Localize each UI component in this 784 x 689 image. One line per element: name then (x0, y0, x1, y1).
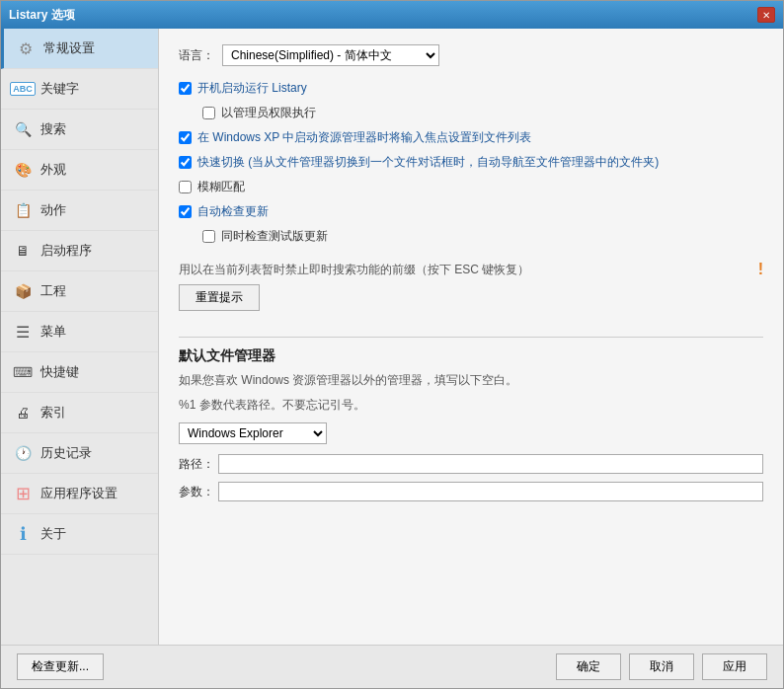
action-icon (11, 198, 35, 222)
fm-select[interactable]: Windows Explorer (179, 422, 327, 444)
sidebar-item-label-appearance: 外观 (40, 161, 66, 179)
winxp-checkbox[interactable] (179, 131, 192, 144)
main-content: 语言： Chinese(Simplified) - 简体中文EnglishGer… (159, 29, 783, 645)
reset-button[interactable]: 重置提示 (179, 284, 260, 311)
warning-icon: ! (758, 261, 763, 278)
sidebar-item-label-action: 动作 (40, 201, 66, 219)
sidebar-item-keyword[interactable]: 关键字 (1, 69, 158, 110)
autoupdate-label: 自动检查更新 (197, 203, 269, 220)
window-title: Listary 选项 (9, 7, 75, 24)
path-label: 路径： (179, 456, 218, 473)
main-window: Listary 选项 ✕ 常规设置 关键字 搜索 外观 动作 (0, 0, 784, 689)
file-manager-title: 默认文件管理器 (179, 347, 763, 365)
hotkey-note-text: 用以在当前列表暂时禁止即时搜索功能的前缀（按下 ESC 键恢复） (179, 262, 529, 278)
index-icon (11, 401, 35, 424)
palette-icon (11, 158, 35, 182)
sidebar-item-action[interactable]: 动作 (1, 191, 158, 231)
sidebar-item-label-menu: 菜单 (40, 323, 66, 341)
autostart-checkbox[interactable] (179, 82, 192, 95)
sidebar-item-about[interactable]: 关于 (1, 514, 158, 555)
history-icon (11, 441, 35, 465)
sidebar-item-label-launch: 启动程序 (40, 242, 92, 260)
sidebar-item-menu[interactable]: 菜单 (1, 312, 158, 352)
admin-checkbox[interactable] (202, 107, 215, 119)
sidebar-item-label-appset: 应用程序设置 (40, 485, 118, 502)
autostart-row: 开机启动运行 Listary (179, 80, 763, 97)
abc-icon (11, 77, 35, 101)
beta-checkbox[interactable] (202, 230, 215, 243)
sidebar-item-appearance[interactable]: 外观 (1, 150, 158, 191)
sidebar-item-appset[interactable]: 应用程序设置 (1, 474, 158, 514)
menu-icon (11, 320, 35, 344)
winxp-row: 在 Windows XP 中启动资源管理器时将输入焦点设置到文件列表 (179, 129, 763, 146)
check-update-button[interactable]: 检查更新... (17, 653, 104, 680)
sidebar-item-index[interactable]: 索引 (1, 393, 158, 433)
ok-button[interactable]: 确定 (556, 653, 621, 680)
quickswitch-label: 快速切换 (当从文件管理器切换到一个文件对话框时，自动导航至文件管理器中的文件夹… (197, 154, 659, 171)
admin-label: 以管理员权限执行 (221, 105, 316, 121)
admin-row: 以管理员权限执行 (202, 105, 763, 121)
hotkey-note-row: 用以在当前列表暂时禁止即时搜索功能的前缀（按下 ESC 键恢复） ! (179, 261, 763, 278)
bottom-buttons: 确定 取消 应用 (556, 653, 767, 680)
sidebar-item-history[interactable]: 历史记录 (1, 433, 158, 474)
param-row: 参数： (179, 482, 763, 501)
sidebar-item-label-project: 工程 (40, 282, 66, 300)
launch-icon (11, 239, 35, 263)
sidebar-item-project[interactable]: 工程 (1, 271, 158, 312)
fuzzymatch-checkbox[interactable] (179, 181, 192, 193)
file-manager-desc1: 如果您喜欢 Windows 资源管理器以外的管理器，填写以下空白。 (179, 371, 763, 390)
close-button[interactable]: ✕ (757, 7, 775, 23)
cancel-button[interactable]: 取消 (629, 653, 694, 680)
project-icon (11, 279, 35, 303)
language-row: 语言： Chinese(Simplified) - 简体中文EnglishGer… (179, 44, 763, 66)
sidebar-item-label-search: 搜索 (40, 120, 66, 138)
path-input[interactable] (218, 454, 763, 474)
fm-select-row: Windows Explorer (179, 422, 763, 444)
sidebar-item-label-index: 索引 (40, 404, 66, 421)
about-icon (11, 522, 35, 546)
quickswitch-row: 快速切换 (当从文件管理器切换到一个文件对话框时，自动导航至文件管理器中的文件夹… (179, 154, 763, 171)
sidebar-item-search[interactable]: 搜索 (1, 110, 158, 150)
sidebar: 常规设置 关键字 搜索 外观 动作 启动程序 (1, 29, 159, 645)
file-manager-desc2: %1 参数代表路径。不要忘记引号。 (179, 396, 763, 415)
language-select[interactable]: Chinese(Simplified) - 简体中文EnglishGermanF… (222, 44, 439, 66)
window-body: 常规设置 关键字 搜索 外观 动作 启动程序 (1, 29, 783, 645)
title-bar: Listary 选项 ✕ (1, 1, 783, 29)
sidebar-item-label-keyword: 关键字 (40, 80, 79, 98)
param-input[interactable] (218, 482, 763, 501)
appset-icon (11, 482, 35, 505)
beta-label: 同时检查测试版更新 (221, 228, 328, 245)
bottom-bar: 检查更新... 确定 取消 应用 (1, 645, 783, 688)
sidebar-item-label-general: 常规设置 (43, 39, 95, 57)
search-icon (11, 117, 35, 141)
sidebar-item-label-hotkey: 快捷键 (40, 363, 79, 381)
param-label: 参数： (179, 484, 218, 500)
section-divider (179, 337, 763, 338)
apply-button[interactable]: 应用 (702, 653, 767, 680)
lang-label: 语言： (179, 47, 214, 64)
autostart-label: 开机启动运行 Listary (197, 80, 307, 97)
sidebar-item-label-about: 关于 (40, 525, 66, 543)
path-row: 路径： (179, 454, 763, 474)
fuzzymatch-row: 模糊匹配 (179, 179, 763, 195)
hotkey-icon (11, 360, 35, 384)
beta-row: 同时检查测试版更新 (202, 228, 763, 245)
sidebar-item-general[interactable]: 常规设置 (1, 29, 158, 69)
fuzzymatch-label: 模糊匹配 (197, 179, 245, 195)
quickswitch-checkbox[interactable] (179, 156, 192, 169)
sidebar-item-label-history: 历史记录 (40, 444, 92, 462)
sidebar-item-launch[interactable]: 启动程序 (1, 231, 158, 271)
autoupdate-row: 自动检查更新 (179, 203, 763, 220)
gear-icon (14, 37, 38, 60)
autoupdate-checkbox[interactable] (179, 205, 192, 218)
winxp-label: 在 Windows XP 中启动资源管理器时将输入焦点设置到文件列表 (197, 129, 531, 146)
sidebar-item-hotkey[interactable]: 快捷键 (1, 352, 158, 393)
